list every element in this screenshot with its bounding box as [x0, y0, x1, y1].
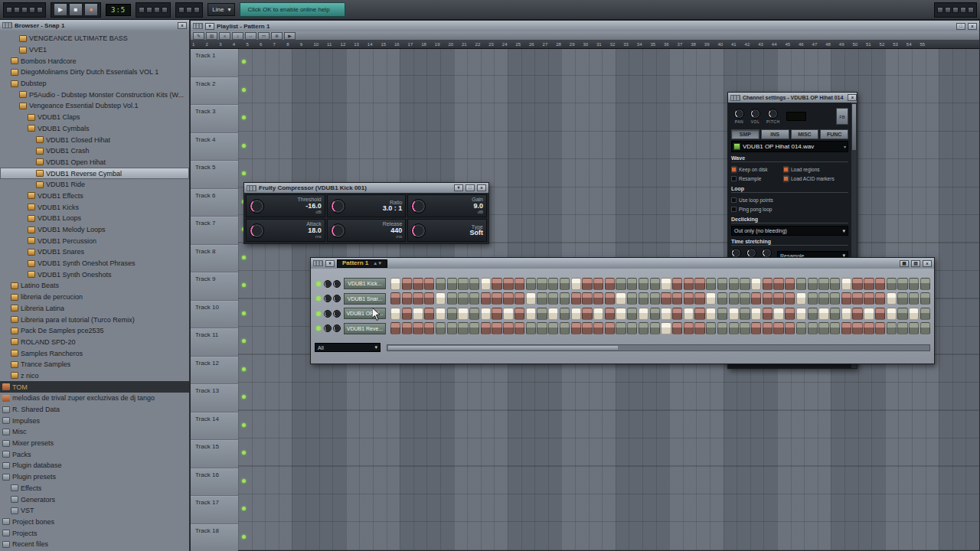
step-cell[interactable]: [909, 308, 919, 320]
track-mute-led[interactable]: [242, 395, 246, 399]
mute-tool-icon[interactable]: ♪: [232, 32, 243, 40]
step-cell[interactable]: [571, 292, 581, 305]
step-cell[interactable]: [639, 322, 648, 334]
close-icon[interactable]: x: [178, 22, 187, 29]
step-cell[interactable]: [818, 308, 828, 320]
step-cell[interactable]: [616, 308, 626, 320]
step-cell[interactable]: [593, 308, 603, 320]
browser-item[interactable]: VDUB1 Claps: [0, 112, 189, 123]
step-cell[interactable]: [729, 308, 739, 320]
step-cell[interactable]: [841, 292, 851, 305]
tab-misc[interactable]: MISC: [791, 129, 819, 139]
track-mute-led[interactable]: [242, 535, 246, 539]
step-cell[interactable]: [785, 292, 795, 305]
step-cell[interactable]: [773, 308, 783, 320]
song-icon[interactable]: [146, 7, 152, 13]
browser-item[interactable]: Vengeance Essential Dubstep Vol.1: [0, 100, 189, 112]
step-cell[interactable]: [706, 292, 716, 305]
browser-item[interactable]: VDUB1 Percussion: [0, 235, 189, 246]
step-cell[interactable]: [773, 278, 783, 290]
step-cell[interactable]: [436, 308, 446, 320]
step-cell[interactable]: [537, 278, 547, 290]
step-cell[interactable]: [706, 322, 716, 334]
compressor-knob[interactable]: [411, 199, 426, 214]
track-header[interactable]: Track 9: [191, 272, 238, 301]
track-mute-led[interactable]: [242, 339, 246, 343]
browser-icon[interactable]: [968, 7, 974, 13]
step-cell[interactable]: [740, 292, 750, 305]
step-cell[interactable]: [808, 308, 818, 320]
pattern-arrows-icon[interactable]: ▲▼: [373, 259, 382, 267]
channel-pan-knob[interactable]: [324, 295, 332, 302]
option-row[interactable]: Load regions: [783, 165, 848, 174]
step-cell[interactable]: [920, 292, 930, 305]
browser-item[interactable]: VDUB1 Crash: [0, 145, 189, 157]
channel-mute-led[interactable]: [316, 282, 321, 286]
step-cell[interactable]: [537, 322, 547, 334]
step-cell[interactable]: [436, 322, 446, 334]
step-cell[interactable]: [650, 278, 660, 290]
playback-tool-icon[interactable]: ▶: [284, 32, 296, 40]
step-cell[interactable]: [852, 322, 862, 334]
step-cell[interactable]: [571, 278, 581, 290]
track-mute-led[interactable]: [242, 144, 246, 148]
compressor-knob[interactable]: [250, 199, 264, 214]
step-cell[interactable]: [469, 292, 479, 305]
sample-selector[interactable]: VDUB1 OP Hihat 014.wav ▾: [731, 141, 848, 152]
checkbox[interactable]: [783, 176, 789, 181]
track-mute-led[interactable]: [242, 311, 246, 315]
step-cell[interactable]: [492, 322, 501, 334]
step-cell[interactable]: [402, 292, 412, 305]
step-cell[interactable]: [469, 308, 479, 320]
step-cell[interactable]: [503, 308, 513, 320]
step-cell[interactable]: [503, 292, 513, 305]
close-icon[interactable]: x: [968, 23, 977, 30]
step-cell[interactable]: [458, 322, 468, 334]
step-cell[interactable]: [897, 292, 907, 305]
step-cell[interactable]: [785, 322, 795, 334]
select-tool-icon[interactable]: ▭: [258, 32, 270, 40]
step-cell[interactable]: [661, 308, 671, 320]
channel-volume-knob[interactable]: [333, 280, 341, 288]
step-cell[interactable]: [875, 278, 885, 290]
track-header[interactable]: Track 6: [191, 189, 238, 217]
step-cell[interactable]: [436, 278, 446, 290]
step-cell[interactable]: [627, 322, 637, 334]
step-cell[interactable]: [875, 292, 885, 305]
vol-knob[interactable]: [750, 109, 760, 119]
step-cell[interactable]: [424, 292, 434, 305]
step-cell[interactable]: [639, 308, 648, 320]
step-cell[interactable]: [424, 322, 434, 334]
step-cell[interactable]: [514, 322, 524, 334]
browser-item[interactable]: Pack De Samples pce2535: [0, 325, 189, 337]
browser-item[interactable]: libreria de percucion: [0, 292, 189, 303]
step-cell[interactable]: [796, 278, 806, 290]
step-cell[interactable]: [469, 322, 479, 334]
step-cell[interactable]: [706, 278, 716, 290]
step-cell[interactable]: [481, 278, 491, 290]
sequencer-scrollbar[interactable]: [387, 344, 930, 351]
browser-item[interactable]: z nico: [0, 370, 189, 382]
step-cell[interactable]: [717, 308, 727, 320]
step-cell[interactable]: [492, 278, 501, 290]
track-mute-led[interactable]: [242, 507, 246, 510]
track-mute-led[interactable]: [242, 116, 246, 119]
track-header[interactable]: Track 13: [191, 384, 238, 412]
step-sequencer-titlebar[interactable]: ▾ Pattern 1 ▲▼ ▩ ▧ x: [311, 258, 934, 269]
window-grip-icon[interactable]: [2, 22, 12, 28]
step-cell[interactable]: [627, 278, 637, 290]
browser-item[interactable]: VDUB1 Cymbals: [0, 123, 189, 135]
step-cell[interactable]: [785, 308, 795, 320]
option-row[interactable]: Load ACID markers: [783, 174, 848, 183]
step-cell[interactable]: [740, 278, 750, 290]
browser-item[interactable]: VDUB1 Snares: [0, 246, 189, 258]
step-cell[interactable]: [548, 278, 558, 290]
step-cell[interactable]: [841, 308, 851, 320]
step-cell[interactable]: [627, 308, 637, 320]
step-cell[interactable]: [616, 322, 626, 334]
step-cell[interactable]: [751, 308, 761, 320]
step-cell[interactable]: [436, 292, 446, 305]
step-cell[interactable]: [526, 292, 536, 305]
step-cell[interactable]: [537, 292, 547, 305]
step-cell[interactable]: [627, 292, 637, 305]
